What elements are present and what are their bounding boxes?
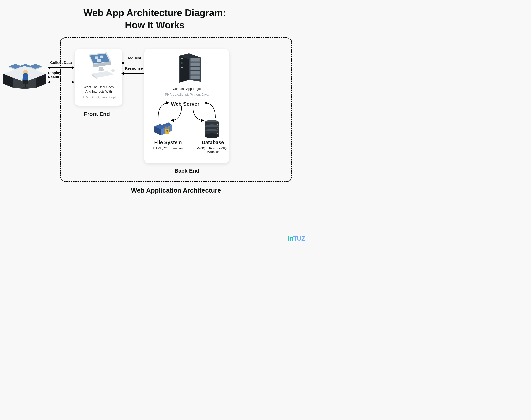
svg-point-48 <box>182 63 183 64</box>
response-label: Response <box>125 66 143 70</box>
svg-point-65 <box>217 133 218 134</box>
frontend-backend-connection: Request Response <box>121 56 146 75</box>
svg-rect-43 <box>190 71 200 74</box>
backend-title: Back End <box>175 168 199 174</box>
svg-rect-44 <box>190 75 200 79</box>
architecture-boundary-label: Web Application Architecture <box>131 187 221 194</box>
server-rack-icon <box>162 53 212 85</box>
backend-server-tech: PHP, JavaScript, Python, Java <box>147 93 227 96</box>
svg-point-50 <box>182 67 183 68</box>
webserver-label: Web Server <box>171 101 199 107</box>
svg-point-47 <box>181 63 182 64</box>
svg-point-49 <box>181 67 182 68</box>
title-line-1: Web App Architecture Diagram: <box>0 7 310 19</box>
svg-rect-12 <box>23 80 28 84</box>
svg-marker-5 <box>29 64 42 69</box>
database-tech: MySQL, PostgresSQL, MariaDB <box>194 146 232 154</box>
svg-point-32 <box>122 62 124 64</box>
svg-rect-42 <box>190 67 200 70</box>
frontend-panel: What The User Sees And Interacts With HT… <box>75 49 122 106</box>
svg-marker-17 <box>72 66 74 69</box>
svg-rect-40 <box>190 58 200 61</box>
svg-point-55 <box>166 130 168 132</box>
request-label: Request <box>126 56 141 60</box>
database-node: Database MySQL, PostgresSQL, MariaDB <box>194 140 232 154</box>
svg-rect-41 <box>190 63 200 66</box>
display-results-label: Display Results <box>48 71 74 79</box>
arrow-left-icon <box>48 80 74 84</box>
frontend-title: Front End <box>84 111 110 117</box>
collect-data-label: Collect Data <box>50 60 72 65</box>
database-title: Database <box>194 140 232 145</box>
svg-point-63 <box>217 124 218 125</box>
svg-rect-23 <box>95 56 99 59</box>
actor-frontend-connection: Collect Data Display Results <box>48 60 74 84</box>
desktop-computer-icon <box>77 52 120 82</box>
arrow-left-icon <box>121 71 146 75</box>
folder-lock-icon <box>153 120 173 138</box>
svg-marker-36 <box>121 72 124 75</box>
arrow-right-icon <box>48 66 74 70</box>
backend-server-desc: Contains App Logic <box>147 87 227 91</box>
brand-logo: InTUZ <box>288 235 305 242</box>
title-line-2: How It Works <box>0 19 310 31</box>
filesystem-tech: HTML, CSS, Images <box>147 146 189 150</box>
frontend-desc: What The User Sees And Interacts With <box>77 85 120 94</box>
svg-point-30 <box>111 69 115 72</box>
svg-point-45 <box>181 58 182 59</box>
svg-point-16 <box>48 67 50 69</box>
svg-point-19 <box>72 81 74 83</box>
svg-marker-27 <box>98 67 104 71</box>
frontend-tech: HTML, CSS, JavaScript <box>77 95 120 99</box>
svg-rect-24 <box>100 56 104 58</box>
database-icon <box>203 119 221 138</box>
svg-point-64 <box>217 128 218 129</box>
filesystem-node: File System HTML, CSS, Images <box>147 140 189 150</box>
svg-rect-25 <box>97 59 101 62</box>
arrow-right-icon <box>121 61 146 65</box>
diagram-title: Web App Architecture Diagram: How It Wor… <box>0 0 310 32</box>
svg-point-46 <box>182 58 183 59</box>
user-actor-icon <box>3 54 46 89</box>
filesystem-title: File System <box>147 140 189 145</box>
svg-marker-20 <box>48 81 50 84</box>
